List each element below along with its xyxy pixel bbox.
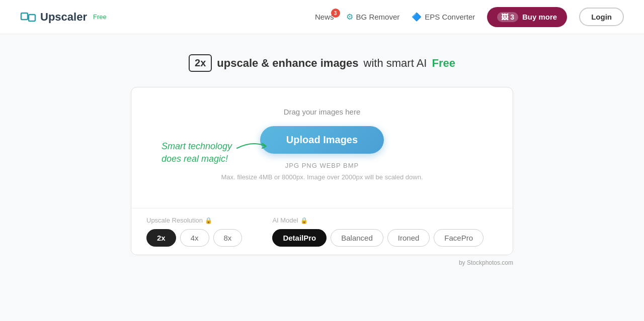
svg-rect-1 xyxy=(29,15,35,21)
handwritten-line1: Smart technology xyxy=(162,140,232,153)
attribution: by Stockphotos.com xyxy=(131,259,513,266)
hero-free-label: Free xyxy=(432,57,455,70)
logo-area: Upscaler Free xyxy=(20,9,107,25)
hero-sub-text: with smart AI xyxy=(364,57,427,70)
main-content: 2x upscale & enhance images with smart A… xyxy=(0,34,644,276)
header: Upscaler Free News 3 ⚙ BG Remover 🔷 EPS … xyxy=(0,0,644,34)
resolution-indicator: 2x xyxy=(189,54,212,72)
supported-formats: JPG PNG WEBP BMP xyxy=(285,162,359,169)
buy-more-button[interactable]: 🖼 3 Buy more xyxy=(487,7,567,27)
handwritten-text: Smart technology does real magic! xyxy=(162,140,232,165)
model-pill-group: DetailPro Balanced Ironed FacePro xyxy=(272,229,484,247)
resolution-label: Upscale Resolution 🔒 xyxy=(146,217,242,224)
nav-bg-remover-label: BG Remover xyxy=(356,13,400,21)
resolution-2x-button[interactable]: 2x xyxy=(146,229,176,247)
hero-text: 2x upscale & enhance images with smart A… xyxy=(189,54,455,72)
settings-bar: Upscale Resolution 🔒 2x 4x 8x AI Model 🔒… xyxy=(131,208,513,255)
nav-bg-remover[interactable]: ⚙ BG Remover xyxy=(346,12,400,22)
model-label: AI Model 🔒 xyxy=(272,217,484,224)
resolution-pill-group: 2x 4x 8x xyxy=(146,229,242,247)
hero-main-text: upscale & enhance images xyxy=(217,57,358,70)
logo-icon xyxy=(20,9,36,25)
handwritten-line2: does real magic! xyxy=(162,153,232,165)
model-ironed-button[interactable]: Ironed xyxy=(387,229,430,247)
nav-eps-converter[interactable]: 🔷 EPS Converter xyxy=(412,12,475,22)
login-button[interactable]: Login xyxy=(579,8,624,26)
nav-eps-converter-label: EPS Converter xyxy=(425,13,475,21)
model-balanced-button[interactable]: Balanced xyxy=(331,229,383,247)
size-limit-text: Max. filesize 4MB or 8000px. Image over … xyxy=(221,173,423,181)
arrow-icon xyxy=(232,138,272,153)
model-setting: AI Model 🔒 DetailPro Balanced Ironed Fac… xyxy=(272,217,484,247)
svg-rect-0 xyxy=(21,13,28,20)
upload-images-button[interactable]: Upload Images xyxy=(260,126,384,154)
credits-count: 🖼 3 xyxy=(497,12,518,22)
model-detailpro-button[interactable]: DetailPro xyxy=(272,229,327,247)
resolution-info-icon: 🔒 xyxy=(205,217,212,224)
resolution-setting: Upscale Resolution 🔒 2x 4x 8x xyxy=(146,217,242,247)
nav: News 3 ⚙ BG Remover 🔷 EPS Converter 🖼 3 … xyxy=(315,7,624,27)
bg-remover-icon: ⚙ xyxy=(346,12,353,22)
free-badge: Free xyxy=(93,13,107,21)
logo-text: Upscaler xyxy=(40,11,87,24)
model-info-icon: 🔒 xyxy=(300,217,308,224)
model-facepro-button[interactable]: FacePro xyxy=(434,229,484,247)
eps-converter-icon: 🔷 xyxy=(412,12,422,22)
attribution-text: by Stockphotos.com xyxy=(459,259,513,266)
nav-news[interactable]: News 3 xyxy=(315,13,334,21)
resolution-4x-button[interactable]: 4x xyxy=(180,229,209,247)
buy-more-label: Buy more xyxy=(522,13,557,21)
upload-area: Drag your images here Smart technology d… xyxy=(131,87,513,208)
resolution-8x-button[interactable]: 8x xyxy=(213,229,243,247)
drag-text: Drag your images here xyxy=(284,108,361,116)
upload-card: Drag your images here Smart technology d… xyxy=(131,87,513,255)
news-notification-badge: 3 xyxy=(331,9,340,18)
